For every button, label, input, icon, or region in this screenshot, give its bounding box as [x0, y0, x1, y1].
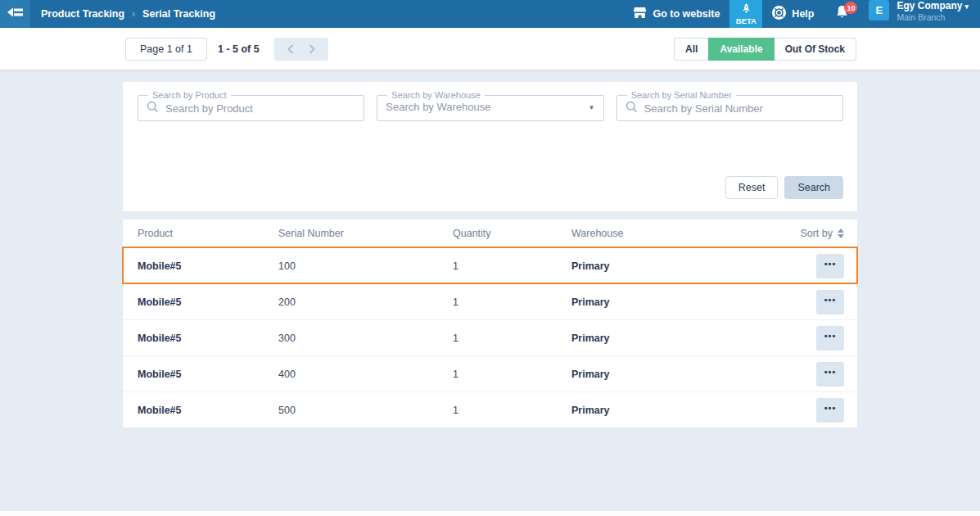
- search-icon: [147, 101, 159, 115]
- cell-quantity: 1: [453, 405, 571, 416]
- search-by-serial-label: Search by Serial Number: [627, 90, 736, 100]
- cell-warehouse: Primary: [571, 405, 787, 416]
- filter-all-button[interactable]: All: [674, 38, 708, 61]
- storefront-icon: [633, 7, 647, 21]
- pagination-controls: [274, 38, 328, 61]
- table-row[interactable]: Mobile#5 500 1 Primary •••: [123, 392, 857, 428]
- table-row[interactable]: Mobile#5 100 1 Primary •••: [123, 247, 857, 283]
- header-quantity: Quantity: [453, 228, 571, 239]
- header-serial-number: Serial Number: [278, 228, 453, 239]
- chevron-down-icon: ▾: [964, 2, 969, 11]
- cell-warehouse: Primary: [571, 369, 787, 380]
- help-button[interactable]: Help: [762, 0, 824, 28]
- chevron-left-icon[interactable]: [287, 44, 294, 54]
- table-row[interactable]: Mobile#5 300 1 Primary •••: [123, 319, 857, 355]
- company-menu[interactable]: Egy Company▾ Main Branch: [896, 0, 969, 28]
- row-actions-button[interactable]: •••: [816, 290, 844, 315]
- go-to-website-label: Go to website: [653, 8, 720, 20]
- table-header-row: Product Serial Number Quantity Warehouse…: [123, 220, 857, 247]
- cell-warehouse: Primary: [571, 296, 787, 308]
- breadcrumb-current: Serial Tracking: [142, 8, 215, 20]
- sort-by-control[interactable]: Sort by: [787, 228, 844, 239]
- search-product-input[interactable]: [165, 102, 355, 115]
- chevron-right-icon[interactable]: [309, 44, 315, 54]
- cell-quantity: 1: [453, 260, 571, 272]
- cell-quantity: 1: [453, 369, 571, 380]
- cell-product: Mobile#5: [138, 260, 278, 272]
- cell-warehouse: Primary: [571, 260, 787, 272]
- collapse-menu-icon: [7, 7, 24, 21]
- main-content: Search by Product Search by Warehouse Se…: [0, 70, 980, 428]
- sidebar-collapse-button[interactable]: [0, 0, 30, 28]
- notifications-button[interactable]: 10: [824, 0, 860, 28]
- cell-warehouse: Primary: [571, 333, 787, 344]
- search-serial-input[interactable]: [644, 102, 834, 115]
- search-by-warehouse-field: Search by Warehouse Search by Warehouse …: [377, 90, 603, 121]
- breadcrumb: Product Tracking › Serial Tracking: [41, 0, 215, 28]
- filter-out-of-stock-button[interactable]: Out Of Stock: [775, 38, 856, 61]
- lifebuoy-icon: [772, 6, 786, 22]
- header-warehouse: Warehouse: [571, 228, 787, 239]
- sort-by-label: Sort by: [800, 228, 833, 239]
- row-actions-button[interactable]: •••: [816, 362, 844, 387]
- page-indicator[interactable]: Page 1 of 1: [125, 38, 207, 61]
- warehouse-select-value: Search by Warehouse: [386, 101, 583, 113]
- chevron-down-icon: ▾: [589, 103, 594, 111]
- cell-serial: 200: [278, 296, 453, 308]
- avatar-letter: E: [876, 4, 883, 16]
- stock-filter-group: All Available Out Of Stock: [674, 38, 856, 61]
- table-row[interactable]: Mobile#5 400 1 Primary •••: [123, 355, 857, 392]
- notification-badge: 10: [844, 2, 857, 14]
- beta-label: BETA: [736, 16, 756, 25]
- branch-name: Main Branch: [896, 12, 969, 23]
- search-by-serial-field: Search by Serial Number: [616, 90, 843, 121]
- search-by-warehouse-label: Search by Warehouse: [387, 90, 484, 100]
- breadcrumb-separator: ›: [132, 8, 135, 20]
- avatar[interactable]: E: [869, 0, 889, 20]
- beta-button[interactable]: BETA: [729, 0, 762, 28]
- go-to-website-link[interactable]: Go to website: [623, 0, 729, 28]
- range-label: 1 - 5 of 5: [218, 43, 260, 55]
- row-actions-button[interactable]: •••: [816, 398, 844, 423]
- warehouse-select[interactable]: Search by Warehouse ▾: [377, 100, 603, 118]
- rocket-icon: [742, 3, 751, 16]
- cell-serial: 400: [278, 369, 453, 380]
- row-actions-button[interactable]: •••: [816, 326, 844, 351]
- header-product: Product: [138, 228, 278, 239]
- cell-serial: 300: [278, 333, 453, 344]
- breadcrumb-parent[interactable]: Product Tracking: [41, 8, 124, 20]
- filter-available-button[interactable]: Available: [708, 38, 774, 61]
- serials-table: Product Serial Number Quantity Warehouse…: [123, 220, 857, 428]
- help-label: Help: [792, 8, 814, 20]
- cell-product: Mobile#5: [138, 333, 278, 344]
- cell-product: Mobile#5: [138, 296, 278, 308]
- search-button[interactable]: Search: [784, 176, 843, 199]
- cell-product: Mobile#5: [138, 405, 278, 416]
- cell-serial: 100: [278, 260, 453, 272]
- search-icon: [625, 101, 638, 115]
- cell-product: Mobile#5: [138, 369, 278, 380]
- cell-quantity: 1: [453, 296, 571, 308]
- cell-quantity: 1: [453, 333, 571, 344]
- reset-button[interactable]: Reset: [725, 176, 779, 199]
- toolbar: Page 1 of 1 1 - 5 of 5 All Available Out…: [0, 28, 980, 70]
- row-actions-button[interactable]: •••: [816, 254, 844, 278]
- footer-strip: [0, 511, 980, 516]
- table-row[interactable]: Mobile#5 200 1 Primary •••: [123, 283, 857, 319]
- cell-serial: 500: [278, 405, 453, 416]
- sort-icon: [838, 229, 844, 238]
- top-navbar: Product Tracking › Serial Tracking Go to…: [0, 0, 980, 28]
- search-by-product-label: Search by Product: [148, 90, 231, 100]
- search-panel: Search by Product Search by Warehouse Se…: [123, 82, 857, 211]
- search-by-product-field: Search by Product: [138, 90, 364, 121]
- company-name: Egy Company: [896, 0, 962, 11]
